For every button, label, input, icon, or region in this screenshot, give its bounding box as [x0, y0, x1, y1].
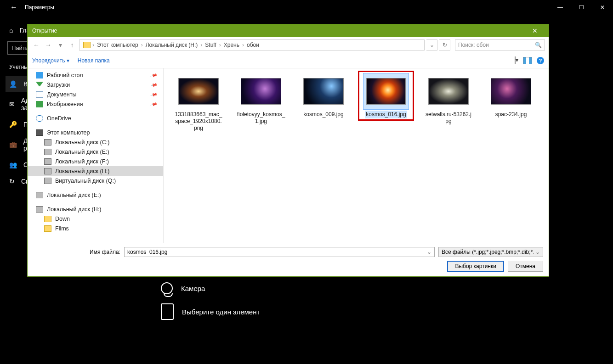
dialog-nav: ← → ▾ ↑ › Этот компьютер› Локальный диск… — [28, 37, 549, 53]
tree-label: Документы — [47, 91, 76, 98]
desktop-icon — [36, 72, 43, 78]
camera-icon — [161, 282, 173, 294]
crumb-oboi[interactable]: обои — [244, 42, 262, 48]
tree-downloads[interactable]: Загрузки📌 — [28, 80, 163, 90]
tree-folder-down[interactable]: Down — [28, 214, 163, 224]
documents-icon — [36, 91, 43, 98]
tree-folder-films[interactable]: Films — [28, 224, 163, 233]
newfolder-button[interactable]: Новая папка — [78, 57, 110, 64]
crumb-drive[interactable]: Локальный диск (H:) — [143, 42, 201, 48]
onedrive-icon — [36, 115, 43, 122]
pin-icon: 📌 — [150, 91, 158, 98]
tree-label: OneDrive — [47, 115, 71, 122]
file-name: fioletovyy_kosmos_1.jpg — [236, 111, 286, 125]
button-label: Отмена — [516, 263, 535, 269]
nav-recent-icon[interactable]: ▾ — [55, 41, 65, 49]
view-menu[interactable]: ▾ — [515, 57, 518, 64]
open-button-highlight: Выбор картинки — [447, 261, 504, 272]
folder-icon — [44, 225, 51, 232]
minimize-icon[interactable]: — — [550, 4, 571, 11]
dialog-close-icon[interactable]: ✕ — [526, 27, 544, 34]
tree-pictures[interactable]: Изображения📌 — [28, 99, 163, 109]
tree-label: Изображения — [47, 101, 83, 107]
drive-icon — [44, 168, 51, 174]
filename-label: Имя файла: — [33, 249, 120, 255]
organize-button[interactable]: Упорядочить ▾ — [32, 57, 69, 64]
pick-row[interactable]: Выберите один элемент — [161, 303, 613, 320]
file-item-selected[interactable]: kosmos_016.jpg — [360, 73, 412, 118]
tree-drive-h2[interactable]: Локальный диск (H:) — [28, 204, 163, 214]
crumb-thispc[interactable]: Этот компьютер — [94, 42, 141, 48]
file-item[interactable]: kosmos_009.jpg — [298, 73, 349, 118]
tree-desktop[interactable]: Рабочий стол📌 — [28, 70, 163, 80]
thumbnail — [241, 78, 281, 105]
tree-drive-q[interactable]: Виртуальный диск (Q:) — [28, 176, 163, 185]
tree-label: Локальный диск (H:) — [47, 206, 101, 213]
search-placeholder: Поиск: обои — [458, 42, 489, 48]
tree-label: Виртуальный диск (Q:) — [55, 178, 116, 184]
crumb-stuff[interactable]: Stuff — [202, 42, 219, 48]
nav-fwd-icon[interactable]: → — [43, 41, 53, 49]
folder-icon — [44, 216, 51, 222]
tree-drive-e[interactable]: Локальный диск (E:) — [28, 147, 163, 157]
folder-icon — [83, 42, 91, 48]
tree-label: Локальный диск (F:) — [55, 158, 109, 165]
breadcrumb[interactable]: › Этот компьютер› Локальный диск (H:)› S… — [79, 39, 425, 50]
dialog-search[interactable]: Поиск: обои 🔍 — [455, 39, 545, 50]
back-icon[interactable]: ← — [6, 3, 21, 11]
chevron-down-icon[interactable]: ⌄ — [535, 249, 540, 255]
filename-input[interactable]: kosmos_016.jpg⌄ — [124, 247, 435, 257]
help-icon[interactable]: ? — [537, 57, 544, 64]
file-item[interactable]: spac-234.jpg — [485, 73, 537, 118]
tree-thispc[interactable]: Этот компьютер — [28, 128, 163, 137]
drive-icon — [36, 192, 43, 198]
file-item[interactable]: setwalls.ru-53262.jpg — [423, 73, 474, 125]
file-open-dialog: Открытие ✕ ← → ▾ ↑ › Этот компьютер› Лок… — [27, 24, 549, 277]
filetype-value: Все файлы (*.jpg;*.jpeg;*.bmp;*.dib;*.pn… — [442, 249, 534, 255]
nav-back-icon[interactable]: ← — [31, 41, 41, 49]
tree-drive-c[interactable]: Локальный диск (C:) — [28, 137, 163, 147]
maximize-icon[interactable]: ☐ — [571, 4, 592, 11]
file-list[interactable]: 1331883663_mac_space_1920x1080.png fiole… — [164, 68, 549, 243]
thumbnail — [366, 78, 406, 105]
chevron-down-icon[interactable]: ⌄ — [427, 249, 431, 255]
folder-tree[interactable]: Рабочий стол📌 Загрузки📌 Документы📌 Изобр… — [28, 68, 164, 243]
open-button[interactable]: Выбор картинки — [447, 261, 504, 272]
settings-title: Параметры — [25, 4, 54, 11]
nav-up-icon[interactable]: ↑ — [67, 41, 77, 49]
tree-onedrive[interactable]: OneDrive — [28, 113, 163, 123]
tree-label: Локальный диск (E:) — [47, 192, 101, 198]
thumbnail — [491, 78, 531, 105]
filetype-select[interactable]: Все файлы (*.jpg;*.jpeg;*.bmp;*.dib;*.pn… — [438, 247, 543, 257]
dialog-titlebar: Открытие ✕ — [28, 24, 549, 37]
file-item[interactable]: fioletovyy_kosmos_1.jpg — [235, 73, 287, 125]
thumbnail — [428, 78, 469, 105]
tree-label: Films — [55, 225, 69, 232]
tree-drive-e2[interactable]: Локальный диск (E:) — [28, 190, 163, 200]
tree-documents[interactable]: Документы📌 — [28, 90, 163, 99]
pick-label: Выберите один элемент — [182, 308, 260, 316]
tree-label: Локальный диск (H:) — [55, 168, 109, 174]
file-name: kosmos_009.jpg — [302, 111, 344, 118]
cancel-button[interactable]: Отмена — [508, 261, 543, 272]
briefcase-icon: 💼 — [9, 141, 17, 148]
preview-pane-icon[interactable] — [523, 57, 532, 64]
dialog-toolbar: Упорядочить ▾ Новая папка ▾ ? — [28, 53, 549, 68]
tree-drive-h[interactable]: Локальный диск (H:) — [28, 166, 163, 176]
pin-icon: 📌 — [150, 81, 158, 89]
filename-value: kosmos_016.jpg — [127, 249, 167, 255]
people-icon: 👥 — [9, 161, 17, 168]
tree-drive-f[interactable]: Локальный диск (F:) — [28, 157, 163, 166]
breadcrumb-dropdown[interactable]: ⌄ — [426, 39, 437, 50]
refresh-icon[interactable]: ↻ — [439, 39, 450, 50]
drive-icon — [36, 206, 43, 213]
camera-row[interactable]: Камера — [161, 282, 613, 294]
tree-label: Локальный диск (E:) — [55, 149, 109, 155]
pin-icon: 📌 — [150, 101, 158, 108]
tree-label: Down — [55, 216, 70, 222]
home-icon: ⌂ — [9, 27, 13, 34]
crumb-hren[interactable]: Хрень — [221, 42, 242, 48]
file-item[interactable]: 1331883663_mac_space_1920x1080.png — [173, 73, 224, 132]
mail-icon: ✉ — [9, 101, 15, 108]
close-icon[interactable]: ✕ — [592, 4, 613, 11]
